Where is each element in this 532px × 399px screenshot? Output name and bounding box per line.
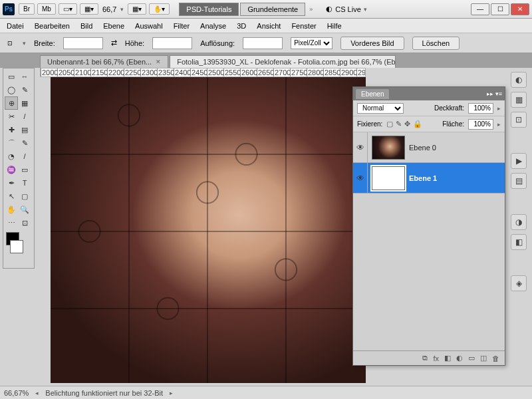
- layer-name[interactable]: Ebene 1: [409, 174, 437, 182]
- tool-button[interactable]: ♒: [5, 163, 18, 176]
- canvas[interactable]: [51, 77, 366, 383]
- background-swatch[interactable]: [10, 240, 23, 253]
- swatches-panel-icon[interactable]: ▦: [511, 92, 527, 108]
- menu-fenster[interactable]: Fenster: [291, 22, 316, 30]
- color-panel-icon[interactable]: ◐: [511, 72, 527, 88]
- tool-button[interactable]: ✂: [5, 110, 18, 123]
- layer-thumbnail[interactable]: [372, 136, 405, 160]
- tool-button[interactable]: ✚: [5, 123, 18, 136]
- close-tab-icon[interactable]: ✕: [156, 59, 161, 65]
- document-tab[interactable]: Fotolia_13953930_XL - Deklofenak - Fotol…: [170, 55, 396, 68]
- new-layer-icon[interactable]: ◫: [480, 354, 487, 362]
- tool-preset-chevron-icon[interactable]: ▾: [23, 40, 26, 47]
- menu-3d[interactable]: 3D: [237, 22, 246, 30]
- tool-button[interactable]: ▭: [18, 163, 31, 176]
- resolution-input[interactable]: [243, 37, 283, 49]
- status-zoom[interactable]: 66,67%: [4, 389, 29, 397]
- tool-button[interactable]: ⋯: [5, 216, 18, 229]
- tool-button[interactable]: ⌒: [5, 136, 18, 150]
- tool-button[interactable]: ▤: [18, 123, 31, 136]
- document-tab[interactable]: Unbenannt-1 bei 66,7% (Eben... ✕: [40, 55, 168, 68]
- tool-button[interactable]: ✎: [18, 136, 31, 150]
- tool-button[interactable]: ✒: [5, 176, 18, 190]
- layer-row[interactable]: 👁 Ebene 1: [353, 163, 505, 194]
- minibridge-button[interactable]: Mb: [37, 3, 56, 15]
- viewextras-button[interactable]: ▦▾: [80, 3, 98, 15]
- tool-button[interactable]: ⊕: [5, 96, 18, 110]
- adjustment-layer-icon[interactable]: ◐: [456, 354, 463, 362]
- tool-button[interactable]: /: [18, 110, 31, 123]
- tool-button[interactable]: /: [18, 150, 31, 163]
- tool-button[interactable]: ◔: [5, 150, 18, 163]
- tool-button[interactable]: ✋: [5, 203, 18, 216]
- layers-panel[interactable]: Ebenen ▸▸ ▾≡ Normal Deckkraft: ▸ Fixiere…: [352, 86, 505, 366]
- menu-bild[interactable]: Bild: [80, 22, 92, 30]
- layers-panel-icon[interactable]: ◈: [511, 275, 527, 291]
- tool-button[interactable]: ⊡: [18, 216, 31, 229]
- tool-button[interactable]: 🔍: [18, 203, 31, 216]
- hand-button[interactable]: ✋▾: [149, 3, 170, 15]
- swap-icon[interactable]: ⇄: [111, 39, 117, 47]
- history-panel-icon[interactable]: ▤: [511, 173, 527, 189]
- maximize-button[interactable]: ☐: [491, 3, 509, 15]
- workspace-tab-psdtutorials[interactable]: PSD-Tutorials: [179, 3, 239, 16]
- tool-button[interactable]: ▭: [5, 70, 18, 83]
- tool-button[interactable]: T: [18, 176, 31, 190]
- group-icon[interactable]: ▭: [468, 354, 475, 362]
- layer-fx-icon[interactable]: fx: [433, 354, 439, 362]
- opacity-input[interactable]: [468, 103, 493, 114]
- cslive-chevron-icon[interactable]: ▾: [364, 6, 367, 13]
- ruler-horizontal[interactable]: 2000205021002150220022502300235024002450…: [40, 68, 366, 77]
- tool-button[interactable]: ▢: [18, 190, 31, 203]
- menu-hilfe[interactable]: Hilfe: [327, 22, 342, 30]
- bridge-button[interactable]: Br: [19, 3, 35, 15]
- masks-panel-icon[interactable]: ◧: [511, 234, 527, 250]
- crop-tool-icon[interactable]: ⊡: [5, 39, 15, 48]
- actions-panel-icon[interactable]: ▶: [511, 153, 527, 169]
- layer-row[interactable]: 👁 Ebene 0: [353, 132, 505, 163]
- visibility-toggle-icon[interactable]: 👁: [353, 132, 368, 162]
- status-chevron-right-icon[interactable]: ▸: [170, 390, 173, 396]
- clear-button[interactable]: Löschen: [412, 37, 460, 50]
- lock-transparency-icon[interactable]: ▢: [386, 120, 393, 128]
- front-image-button[interactable]: Vorderes Bild: [340, 37, 404, 50]
- layer-name[interactable]: Ebene 0: [409, 144, 436, 152]
- menu-ansicht[interactable]: Ansicht: [257, 22, 281, 30]
- menu-analyse[interactable]: Analyse: [200, 22, 226, 30]
- zoom-display[interactable]: 66,7: [102, 5, 116, 13]
- width-input[interactable]: [63, 37, 103, 49]
- workspace-more-icon[interactable]: »: [309, 6, 313, 13]
- workspace-tab-grundelemente[interactable]: Grundelemente: [240, 3, 305, 16]
- styles-panel-icon[interactable]: ⊡: [511, 112, 527, 128]
- cslive-label[interactable]: CS Live: [335, 5, 361, 13]
- layers-tab[interactable]: Ebenen: [356, 89, 389, 99]
- menu-ebene[interactable]: Ebene: [103, 22, 124, 30]
- visibility-toggle-icon[interactable]: 👁: [353, 163, 368, 193]
- close-button[interactable]: ✕: [511, 3, 529, 15]
- blend-mode-select[interactable]: Normal: [357, 103, 404, 114]
- fill-input[interactable]: [468, 119, 493, 130]
- minimize-button[interactable]: —: [471, 3, 489, 15]
- menu-datei[interactable]: Datei: [7, 22, 24, 30]
- status-chevron-left-icon[interactable]: ◂: [35, 390, 39, 396]
- tool-button[interactable]: ↖: [5, 190, 18, 203]
- opacity-chevron-icon[interactable]: ▸: [497, 105, 501, 112]
- link-layers-icon[interactable]: ⧉: [422, 354, 428, 362]
- delete-layer-icon[interactable]: 🗑: [492, 354, 499, 362]
- menu-bearbeiten[interactable]: Bearbeiten: [35, 22, 70, 30]
- zoom-chevron-icon[interactable]: ▾: [120, 6, 124, 13]
- tool-button[interactable]: ◯: [5, 83, 18, 96]
- screenmode-button[interactable]: ▭▾: [59, 3, 77, 15]
- lock-all-icon[interactable]: 🔒: [413, 120, 422, 128]
- fill-chevron-icon[interactable]: ▸: [497, 121, 501, 128]
- adjustments-panel-icon[interactable]: ◑: [511, 214, 527, 230]
- arrange-button[interactable]: ▦▾: [128, 3, 146, 15]
- tool-button[interactable]: ▦: [18, 96, 31, 110]
- panel-menu-icon[interactable]: ▸▸ ▾≡: [487, 90, 502, 97]
- menu-filter[interactable]: Filter: [174, 22, 190, 30]
- unit-select[interactable]: Pixel/Zoll: [291, 37, 332, 49]
- layer-thumbnail[interactable]: [372, 166, 405, 190]
- lock-position-icon[interactable]: ✥: [404, 120, 410, 128]
- lock-pixels-icon[interactable]: ✎: [396, 120, 402, 128]
- tool-button[interactable]: ↔: [18, 70, 31, 83]
